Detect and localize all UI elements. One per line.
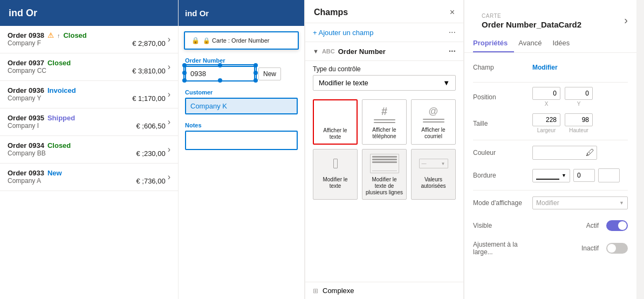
order-item-0934[interactable]: Order 0934 Closed Company BB € ;230,00 › xyxy=(0,136,178,164)
order-amount: € 2;870,00 xyxy=(132,39,165,47)
divider xyxy=(473,140,628,140)
sort-icon: ↑ xyxy=(57,32,60,39)
order-item-0937[interactable]: Order 0937 Closed Company CC € 3;810,00 … xyxy=(0,53,178,81)
taille-w-label: Largeur xyxy=(537,127,556,133)
control-afficher-telephone[interactable]: # Afficher le téléphone xyxy=(362,99,407,145)
chevron-right-icon: › xyxy=(166,117,170,127)
visible-label: Visible xyxy=(473,222,532,229)
control-valeurs-autorisees[interactable]: — ▼ Valeurs autorisées xyxy=(411,149,456,200)
bordure-label: Bordure xyxy=(473,172,532,179)
visible-toggle[interactable] xyxy=(606,220,628,231)
pos-y-input[interactable] xyxy=(565,87,593,100)
ajustement-label: Ajustement à la large... xyxy=(473,241,532,256)
champs-header: Champs × xyxy=(305,0,463,23)
props-card-title: Order Number_DataCard2 xyxy=(473,20,624,35)
form-header: ind Or xyxy=(179,0,304,26)
order-title: Order 0935 Shipped xyxy=(8,114,166,122)
position-inputs: X Y xyxy=(532,87,628,107)
order-number-input[interactable]: 0938 xyxy=(185,66,255,81)
props-nav-right-button[interactable]: › xyxy=(624,14,628,26)
modifier-texte-icon xyxy=(319,153,352,174)
order-item-0938[interactable]: Order 0938 ⚠ ↑ Closed Company F € 2;870,… xyxy=(0,26,178,53)
tab-avance[interactable]: Avancé xyxy=(518,35,548,52)
taille-inputs: Largeur Hauteur xyxy=(532,113,628,133)
champ-label: Champ xyxy=(473,64,532,71)
order-number-section[interactable]: ▼ ABC Order Number ··· xyxy=(305,42,463,61)
control-afficher-courriel[interactable]: @ Afficher le courriel xyxy=(411,99,456,145)
order-title: Order 0938 ⚠ ↑ Closed xyxy=(8,31,166,39)
couleur-picker[interactable]: 🖊 xyxy=(532,146,597,160)
section-title: Order Number xyxy=(338,47,386,56)
dropdown-value: Modifier le texte xyxy=(319,79,368,87)
control-label: Afficher le téléphone xyxy=(366,127,403,140)
control-type-dropdown[interactable]: Modifier le texte ▼ xyxy=(313,75,456,91)
bordure-width-input[interactable] xyxy=(573,169,595,182)
complexe-item[interactable]: ⊞ Complexe xyxy=(305,282,463,299)
order-status: New xyxy=(47,169,62,177)
customer-input[interactable]: Company K xyxy=(185,98,298,114)
props-tabs: Propriétés Avancé Idées xyxy=(464,35,636,53)
taille-h-input[interactable] xyxy=(565,113,593,126)
ajustement-toggle[interactable] xyxy=(606,243,628,254)
props-header-row: CARTE Order Number_DataCard2 › xyxy=(464,0,636,35)
mode-select[interactable]: Modifier ▼ xyxy=(532,196,628,209)
add-field-button[interactable]: + Ajouter un champ xyxy=(313,29,373,37)
afficher-telephone-icon: # xyxy=(368,103,401,125)
color-picker-icon[interactable]: 🖊 xyxy=(586,148,594,158)
pos-x-input[interactable] xyxy=(532,87,560,100)
ajustement-row: Ajustement à la large... Inactif xyxy=(473,240,628,256)
taille-w-group: Largeur xyxy=(532,113,560,133)
champs-toolbar: + Ajouter un champ ··· xyxy=(305,23,463,42)
bordure-style-select[interactable]: ▼ xyxy=(532,169,570,182)
control-afficher-texte[interactable]: Afficher le texte xyxy=(313,99,358,145)
order-item-0936[interactable]: Order 0936 Invoiced Company Y € 1;170,00… xyxy=(0,81,178,108)
modifier-multiline-icon xyxy=(368,153,401,174)
notes-input[interactable] xyxy=(185,131,298,150)
couleur-label: Couleur xyxy=(473,149,532,157)
orders-header-title: ind Or xyxy=(9,8,37,19)
taille-h-label: Hauteur xyxy=(569,127,588,133)
section-more-button[interactable]: ··· xyxy=(449,46,456,56)
control-label: Valeurs autorisées xyxy=(415,176,452,189)
control-type-label: Type du contrôle xyxy=(313,65,456,73)
mode-label: Mode d'affichage xyxy=(473,199,532,207)
order-info: Order 0934 Closed Company BB € ;230,00 xyxy=(8,141,166,158)
chevron-right-icon: › xyxy=(166,172,170,182)
abc-icon: ABC xyxy=(322,48,335,55)
control-label: Afficher le texte xyxy=(317,127,353,140)
order-info: Order 0937 Closed Company CC € 3;810,00 xyxy=(8,59,166,75)
lock-icon: 🔒 xyxy=(191,37,200,44)
order-amount: € ;736,00 xyxy=(136,177,165,185)
pos-y-label: Y xyxy=(577,101,581,107)
order-item-0935[interactable]: Order 0935 Shipped Company I € ;606,50 › xyxy=(0,108,178,136)
warning-icon: ⚠ xyxy=(47,31,54,39)
order-company: Company BB xyxy=(8,150,46,158)
chevron-right-icon: › xyxy=(166,145,170,154)
close-button[interactable]: × xyxy=(450,8,455,17)
order-title: Order 0937 Closed xyxy=(8,59,166,67)
mode-dropdown-icon: ▼ xyxy=(619,200,624,206)
more-options-button[interactable]: ··· xyxy=(449,28,456,37)
order-amount: € ;606,50 xyxy=(136,122,165,130)
order-status: Invoiced xyxy=(47,86,76,94)
visible-actif-label: Actif xyxy=(586,222,599,229)
mode-value: Modifier xyxy=(536,199,559,207)
order-number-field-group: Order Number 0938 New xyxy=(185,57,298,81)
control-label: Modifier le texte xyxy=(317,176,354,189)
order-item-0933[interactable]: Order 0933 New Company A € ;736,00 › xyxy=(0,164,178,191)
customer-field-group: Customer Company K xyxy=(185,89,298,114)
afficher-texte-icon xyxy=(319,104,352,125)
notes-field-group: Notes xyxy=(185,122,298,150)
control-modifier-multiline[interactable]: Modifier le texte de plusieurs lignes xyxy=(362,149,407,200)
order-company: Company A xyxy=(8,177,41,185)
card-overlay-tooltip: 🔒 🔒 Carte : Order Number xyxy=(184,31,299,50)
chevron-right-icon: › xyxy=(166,35,170,44)
tab-proprietes[interactable]: Propriétés xyxy=(473,35,514,52)
champ-modifier-button[interactable]: Modifier xyxy=(532,64,558,71)
form-header-title: ind Or xyxy=(185,9,209,18)
taille-w-input[interactable] xyxy=(532,113,560,126)
order-amount: € 1;170,00 xyxy=(132,94,165,103)
bordure-color-box[interactable] xyxy=(598,168,620,182)
tab-idees[interactable]: Idées xyxy=(552,35,576,52)
control-modifier-texte[interactable]: Modifier le texte xyxy=(313,149,358,200)
